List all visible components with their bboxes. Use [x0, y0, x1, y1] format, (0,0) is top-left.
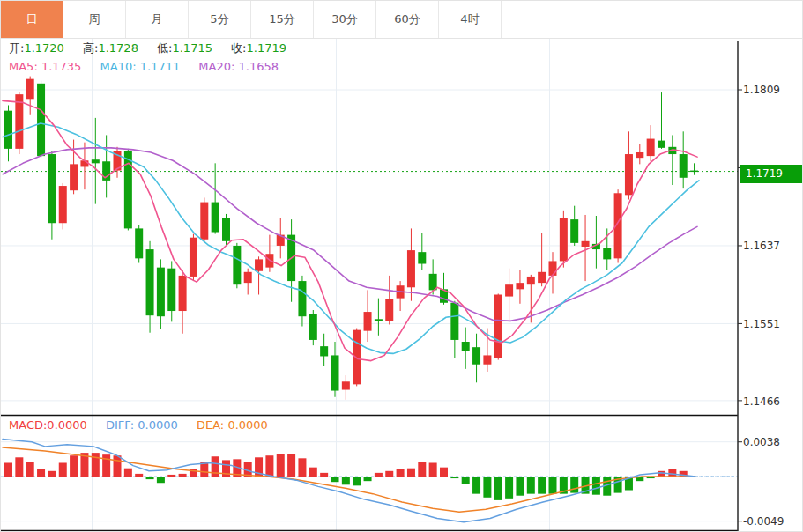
- last-price-badge: 1.1719: [740, 165, 803, 183]
- close-label: 收:: [231, 41, 246, 55]
- price-axis-label: 1.1551: [743, 318, 780, 330]
- ma20-label: MA20:: [198, 60, 234, 73]
- diff-value-readout: DIFF: 0.0000: [106, 418, 178, 432]
- tab-5min[interactable]: 5分: [189, 1, 251, 38]
- close-value: 1.1719: [246, 41, 286, 55]
- price-axis-label: 1.1466: [743, 395, 780, 408]
- dea-value: 0.0000: [227, 418, 268, 432]
- open-value: 1.1720: [24, 41, 64, 55]
- high-label: 高:: [83, 41, 98, 55]
- macd-label: MACD:: [9, 418, 47, 432]
- chart-canvas[interactable]: [1, 1, 803, 532]
- tab-month[interactable]: 月: [126, 1, 189, 38]
- low-value: 1.1715: [172, 41, 212, 55]
- high-readout: 高:1.1728: [83, 41, 138, 55]
- tab-15min[interactable]: 15分: [251, 1, 314, 38]
- tab-day[interactable]: 日: [1, 1, 63, 38]
- diff-value: 0.0000: [138, 418, 178, 432]
- dea-value-readout: DEA: 0.0000: [197, 418, 268, 432]
- ma20-value: 1.1658: [239, 60, 279, 73]
- macd-value: 0.0000: [47, 418, 87, 432]
- price-axis-label: 1.1637: [743, 240, 780, 252]
- diff-label: DIFF:: [106, 418, 134, 432]
- open-readout: 开:1.1720: [9, 41, 64, 55]
- kline-chart-app: 日 周 月 5分 15分 30分 60分 4时 开:1.1720 高:1.172…: [0, 0, 803, 532]
- dea-label: DEA:: [197, 418, 224, 432]
- tab-4hour[interactable]: 4时: [439, 1, 502, 38]
- tab-30min[interactable]: 30分: [314, 1, 376, 38]
- ma10-label: MA10:: [100, 60, 137, 73]
- low-label: 低:: [157, 41, 172, 55]
- close-readout: 收:1.1719: [231, 41, 286, 55]
- ma5-value: 1.1735: [41, 60, 82, 73]
- ma-readout: MA5: 1.1735 MA10: 1.1711 MA20: 1.1658: [9, 60, 294, 73]
- macd-value-readout: MACD:0.0000: [9, 418, 87, 432]
- macd-readout: MACD:0.0000 DIFF: 0.0000 DEA: 0.0000: [9, 418, 283, 432]
- ma20-readout: MA20: 1.1658: [198, 60, 279, 73]
- ohlc-readout: 开:1.1720 高:1.1728 低:1.1715 收:1.1719: [9, 41, 301, 56]
- period-tabbar: 日 周 月 5分 15分 30分 60分 4时: [1, 1, 802, 39]
- ma10-readout: MA10: 1.1711: [100, 60, 181, 73]
- high-value: 1.1728: [98, 41, 138, 55]
- price-axis-label: 1.1809: [743, 84, 780, 96]
- macd-axis-label: -0.0049: [743, 515, 784, 528]
- open-label: 开:: [9, 41, 24, 55]
- tab-60min[interactable]: 60分: [376, 1, 439, 38]
- ma5-label: MA5:: [9, 60, 38, 73]
- low-readout: 低:1.1715: [157, 41, 212, 55]
- ma10-value: 1.1711: [140, 60, 181, 73]
- ma5-readout: MA5: 1.1735: [9, 60, 81, 73]
- macd-axis-label: 0.0038: [743, 436, 780, 448]
- tab-week[interactable]: 周: [63, 1, 126, 38]
